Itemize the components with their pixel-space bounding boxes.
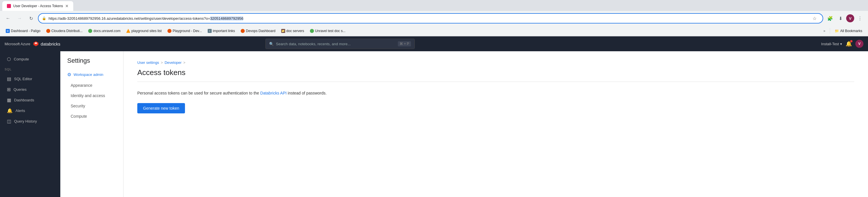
- settings-nav-workspace-admin[interactable]: ⚙ Workspace admin: [60, 69, 123, 80]
- compute-label: Compute: [71, 114, 87, 119]
- query-history-icon: ◫: [7, 119, 11, 124]
- bookmark-important-links[interactable]: ▪ important links: [205, 28, 237, 34]
- description-before-link: Personal access tokens can be used for s…: [137, 91, 260, 95]
- chevron-down-icon: ▾: [840, 42, 842, 46]
- tab-title: User Developer - Access Tokens: [13, 4, 63, 8]
- dashboards-icon: ▦: [7, 97, 11, 103]
- settings-nav-identity-access[interactable]: Identity and access: [60, 90, 123, 101]
- reload-button[interactable]: ↻: [26, 14, 36, 23]
- notification-badge: [850, 40, 852, 42]
- workspace-admin-label: Workspace admin: [73, 72, 103, 77]
- search-shortcut: ⌘ + P: [398, 41, 411, 46]
- url-display: https://adb-3205148689792956.16.azuredat…: [49, 16, 808, 21]
- sidebar-item-compute[interactable]: ⬡ Compute: [2, 54, 58, 64]
- settings-title: Settings: [60, 57, 123, 69]
- bookmark-favicon: [310, 29, 314, 33]
- page-title: Access tokens: [137, 68, 854, 77]
- workspace-label: Install-Test: [821, 42, 839, 46]
- sidebar-label: SQL Editor: [14, 77, 32, 81]
- bookmarks-more-button[interactable]: »: [821, 28, 828, 34]
- bookmark-playground-dev[interactable]: Playground - Dev...: [165, 28, 204, 34]
- all-bookmarks-button[interactable]: 📁 All Bookmarks: [832, 28, 865, 34]
- browser-chrome: User Developer - Access Tokens ✕ ← → ↻ 🔒…: [0, 0, 868, 36]
- bookmark-favicon: 📁: [281, 29, 285, 33]
- bookmark-star-icon[interactable]: ☆: [810, 14, 819, 23]
- tab-bar: User Developer - Access Tokens ✕: [0, 0, 868, 11]
- main-content: Settings ⚙ Workspace admin Appearance Id…: [60, 51, 868, 197]
- address-bar-row: ← → ↻ 🔒 https://adb-3205148689792956.16.…: [0, 11, 868, 26]
- settings-nav-compute[interactable]: Compute: [60, 111, 123, 121]
- app: Microsoft Azure databricks 🔍 Search data…: [0, 36, 868, 197]
- notifications-button[interactable]: 🔔: [846, 41, 852, 47]
- bookmark-label: playground sites list: [131, 29, 162, 33]
- bookmark-favicon: ▪: [208, 29, 212, 33]
- bookmarks-bar: ⊞ Dashboard - Paligo Cloudera Distributi…: [0, 26, 868, 36]
- databricks-name: databricks: [41, 42, 60, 46]
- menu-button[interactable]: ⋮: [855, 14, 865, 23]
- sidebar-item-dashboards[interactable]: ▦ Dashboards: [2, 95, 58, 105]
- user-avatar[interactable]: V: [855, 40, 863, 48]
- tab-close-button[interactable]: ✕: [65, 4, 69, 8]
- sidebar-section-sql: SQL: [0, 65, 60, 73]
- bookmark-label: Devops Dashboard: [246, 29, 275, 33]
- bookmark-unravel-test[interactable]: Unravel test doc s...: [308, 28, 348, 34]
- databricks-icon: [33, 41, 39, 47]
- breadcrumb: User settings > Developer >: [137, 61, 854, 65]
- sidebar-item-queries[interactable]: ⊞ Queries: [2, 84, 58, 94]
- bookmark-dashboard-paligo[interactable]: ⊞ Dashboard - Paligo: [3, 28, 43, 34]
- generate-new-token-button[interactable]: Generate new token: [137, 103, 185, 113]
- bookmark-favicon: [241, 29, 245, 33]
- sql-editor-icon: ▤: [7, 76, 11, 82]
- sidebar-label: Alerts: [16, 109, 25, 113]
- profile-button[interactable]: V: [846, 14, 854, 22]
- alerts-icon: 🔔: [7, 108, 13, 113]
- url-highlight: 3205148689792956: [210, 16, 244, 21]
- bookmark-label: Cloudera Distributi...: [52, 29, 83, 33]
- sidebar-label: Compute: [14, 57, 29, 61]
- settings-nav-security[interactable]: Security: [60, 101, 123, 111]
- breadcrumb-user-settings[interactable]: User settings: [137, 61, 159, 65]
- folder-icon: 📁: [835, 29, 839, 33]
- content-area: ⬡ Compute SQL ▤ SQL Editor ⊞ Queries ▦ D…: [0, 51, 868, 197]
- sidebar-item-sql-editor[interactable]: ▤ SQL Editor: [2, 74, 58, 84]
- bookmark-label: important links: [213, 29, 235, 33]
- bookmark-favicon: [167, 29, 172, 33]
- topbar: Microsoft Azure databricks 🔍 Search data…: [0, 36, 868, 51]
- bookmark-label: doc servers: [286, 29, 304, 33]
- workspace-selector[interactable]: Install-Test ▾: [821, 42, 842, 46]
- topbar-right: Install-Test ▾ 🔔 V: [821, 40, 863, 48]
- sidebar-item-query-history[interactable]: ◫ Query History: [2, 116, 58, 126]
- tab-favicon: [7, 4, 11, 8]
- all-bookmarks-label: All Bookmarks: [840, 29, 862, 33]
- address-bar[interactable]: 🔒 https://adb-3205148689792956.16.azured…: [38, 13, 823, 24]
- topbar-logo: Microsoft Azure databricks: [5, 41, 60, 47]
- description-after-link: instead of passwords.: [287, 91, 327, 95]
- identity-access-label: Identity and access: [71, 93, 105, 98]
- bookmark-cloudera[interactable]: Cloudera Distributi...: [44, 28, 85, 34]
- forward-button[interactable]: →: [15, 14, 24, 23]
- search-input[interactable]: 🔍 Search data, notebooks, recents, and m…: [266, 39, 415, 49]
- search-bar[interactable]: 🔍 Search data, notebooks, recents, and m…: [266, 39, 415, 49]
- azure-text: Microsoft Azure: [5, 42, 30, 46]
- download-button[interactable]: ⬇: [836, 14, 845, 23]
- breadcrumb-developer[interactable]: Developer: [164, 61, 182, 65]
- breadcrumb-sep-1: >: [161, 61, 163, 65]
- compute-icon: ⬡: [7, 56, 11, 62]
- back-button[interactable]: ←: [3, 14, 13, 23]
- bookmark-docs-unravel[interactable]: docs.unravel.com: [86, 28, 123, 34]
- extensions-button[interactable]: 🧩: [826, 14, 835, 23]
- bookmark-favicon: ⊞: [6, 29, 10, 33]
- bookmark-doc-servers[interactable]: 📁 doc servers: [279, 28, 307, 34]
- databricks-logo: databricks: [33, 41, 60, 47]
- sidebar-item-alerts[interactable]: 🔔 Alerts: [2, 106, 58, 116]
- page-description: Personal access tokens can be used for s…: [137, 90, 854, 96]
- active-tab[interactable]: User Developer - Access Tokens ✕: [2, 1, 73, 11]
- appearance-label: Appearance: [71, 83, 92, 88]
- bookmark-devops[interactable]: Devops Dashboard: [239, 28, 278, 34]
- bookmark-playground-sites[interactable]: playground sites list: [124, 28, 164, 34]
- bookmark-label: Playground - Dev...: [173, 29, 202, 33]
- settings-nav-appearance[interactable]: Appearance: [60, 80, 123, 90]
- page-content: User settings > Developer > Access token…: [124, 51, 868, 197]
- search-placeholder: Search data, notebooks, recents, and mor…: [276, 42, 396, 46]
- databricks-api-link[interactable]: Databricks API: [260, 91, 287, 95]
